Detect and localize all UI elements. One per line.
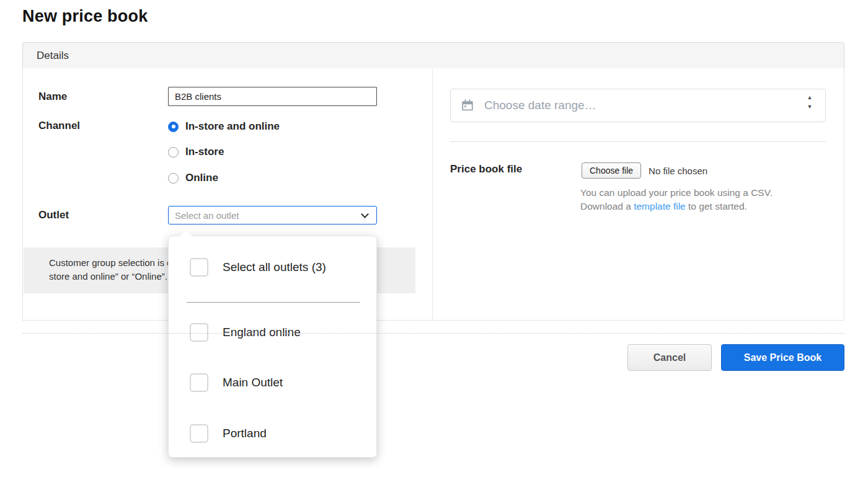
outlet-select[interactable]: Select an outlet <box>168 206 377 224</box>
name-label: Name <box>38 91 67 103</box>
outlet-label: Outlet <box>38 209 69 221</box>
column-divider <box>432 69 433 320</box>
new-price-book-page: New price book Details Name Channel In-s… <box>0 0 868 480</box>
file-help-line2: Download a template file to get started. <box>580 201 747 212</box>
channel-label: Channel <box>38 120 80 132</box>
select-all-label: Select all outlets (3) <box>223 260 326 274</box>
channel-radio-0[interactable] <box>168 122 179 132</box>
channel-radio-label: In-store and online <box>185 120 280 133</box>
outlet-checkbox[interactable] <box>190 373 208 392</box>
date-range-placeholder: Choose date range… <box>484 99 596 112</box>
file-status-text: No file chosen <box>649 166 707 176</box>
channel-radio-1[interactable] <box>168 147 179 158</box>
template-file-link[interactable]: template file <box>634 201 686 211</box>
divider <box>22 333 844 334</box>
outlet-dropdown: Select all outlets (3) England online Ma… <box>168 236 377 458</box>
outlet-option-portland[interactable]: Portland <box>190 424 267 443</box>
select-all-checkbox[interactable] <box>190 258 208 277</box>
cancel-button[interactable]: Cancel <box>627 344 712 371</box>
channel-option-instore[interactable]: In-store <box>168 146 224 158</box>
choose-file-button[interactable]: Choose file <box>582 162 641 179</box>
date-range-stepper: ▲ ▼ <box>805 94 814 110</box>
channel-radio-2[interactable] <box>168 173 179 184</box>
outlet-checkbox[interactable] <box>190 323 208 342</box>
channel-option-instore-online[interactable]: In-store and online <box>168 120 280 133</box>
outlet-option-label: England online <box>223 326 301 339</box>
file-upload-row: Choose file No file chosen <box>582 162 707 179</box>
name-input[interactable] <box>168 87 377 106</box>
outlet-option-england-online[interactable]: England online <box>190 323 301 342</box>
save-price-book-button[interactable]: Save Price Book <box>721 344 844 371</box>
file-help-line1: You can upload your price book using a C… <box>580 187 773 198</box>
outlet-option-main-outlet[interactable]: Main Outlet <box>190 373 283 392</box>
outlet-select-placeholder: Select an outlet <box>175 210 239 221</box>
channel-option-online[interactable]: Online <box>168 172 218 184</box>
dropdown-divider <box>187 302 360 303</box>
page-title: New price book <box>22 7 148 26</box>
outlet-option-label: Main Outlet <box>223 376 283 389</box>
chevron-down-icon <box>361 210 369 218</box>
price-book-file-label: Price book file <box>450 163 522 176</box>
channel-radio-label: Online <box>185 172 218 184</box>
details-panel-header: Details <box>22 42 844 69</box>
outlet-checkbox[interactable] <box>190 424 208 443</box>
calendar-icon <box>461 99 474 112</box>
divider <box>450 141 826 142</box>
outlet-option-label: Portland <box>223 427 267 440</box>
file-help-suffix: to get started. <box>686 201 747 211</box>
date-range-picker[interactable]: Choose date range… ▲ ▼ <box>450 89 826 122</box>
chevron-down-icon[interactable]: ▼ <box>807 104 813 110</box>
chevron-up-icon[interactable]: ▲ <box>807 94 813 100</box>
select-all-outlets-item[interactable]: Select all outlets (3) <box>190 258 326 277</box>
channel-radio-label: In-store <box>185 146 224 158</box>
file-help-prefix: Download a <box>580 201 634 211</box>
